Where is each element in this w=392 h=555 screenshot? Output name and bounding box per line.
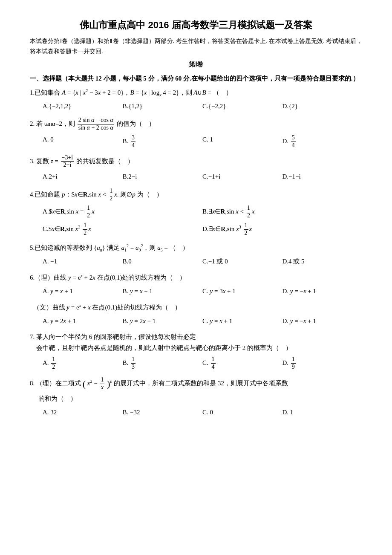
- q5-optD: D.4 或 5: [282, 255, 363, 268]
- q6-optA: A. y = x + 1: [43, 285, 123, 298]
- q5-optA: A. −1: [43, 255, 123, 268]
- question-7: 7. 某人向一个半径为 6 的圆形靶射击，假设他每次射击必定 会中靶，且射中靶内…: [30, 332, 362, 372]
- question-5: 5.已知递减的等差数列 {an} 满足 a12 = a92，则 a5 = （ ）…: [30, 242, 362, 268]
- q5-optB: B.0: [123, 255, 203, 268]
- q1-options: A.{−2,1,2} B.{1,2} C.{−2,2} D.{2}: [43, 100, 362, 113]
- q7-optA: A. 1 2: [43, 355, 123, 372]
- q7-text: 7. 某人向一个半径为 6 的圆形靶射击，假设他每次射击必定 会中靶，且射中靶内…: [30, 332, 362, 353]
- q7-optC: C. 1 4: [202, 355, 282, 372]
- q4-optC: C.$x∈R,sin x3 1 2 x: [43, 221, 202, 238]
- q3-optB: B.2−i: [123, 171, 203, 183]
- q7-options: A. 1 2 B. 1 3 C. 1 4 D. 1 9: [43, 355, 362, 372]
- q6wen-optA: A. y = 2x + 1: [43, 315, 123, 328]
- q3-optD: D.−1−i: [282, 171, 363, 183]
- q6wen-optC: C. y = x + 1: [202, 315, 282, 328]
- q1-optD: D.{2}: [282, 100, 363, 113]
- q3-text: 3. 复数 z = −3+i 2+i 的共轭复数是（ ）: [30, 154, 362, 169]
- q8-optC: C. 0: [202, 406, 282, 419]
- q6wen-options: A. y = 2x + 1 B. y = 2x − 1 C. y = x + 1…: [43, 315, 362, 328]
- q1-optC: C.{−2,2}: [202, 100, 282, 113]
- question-1: 1.已知集合 A = {x | x2 − 3x + 2 = 0}，B = {x …: [30, 87, 362, 113]
- q2-optB: B. 3 4: [123, 133, 203, 150]
- intro-text: 本试卷分第Ⅰ卷（选择题）和第Ⅱ卷（非选择题）两部分. 考生作答时，将答案答在答题…: [30, 36, 362, 57]
- q8-text2: 的和为（ ）: [38, 393, 362, 405]
- q8-options: A. 32 B. −32 C. 0 D. 1: [43, 406, 362, 419]
- question-8: 8. （理）在二项式 ( x2 − 1 x )n 的展开式中，所有二项式系数的和…: [30, 376, 362, 419]
- q5-text: 5.已知递减的等差数列 {an} 满足 a12 = a92，则 a5 = （ ）: [30, 242, 362, 254]
- q8-optD: D. 1: [282, 406, 363, 419]
- section-header: 一、选择题（本大题共 12 小题，每小题 5 分，满分 60 分.在每小题给出的…: [30, 73, 362, 84]
- q6-text: 6.（理）曲线 y = ex + 2x 在点(0,1)处的切线方程为（ ）: [30, 272, 362, 283]
- q2-optC: C. 1: [202, 133, 282, 150]
- q2-text: 2. 若 tanα=2，则 2 sin α − cos α sin α + 2 …: [30, 117, 362, 132]
- question-6wen: （文）曲线 y = ex + x 在点(0,1)处的切线方程为（ ） A. y …: [30, 302, 362, 327]
- q5-optC: C.−1 或 0: [202, 255, 282, 268]
- question-3: 3. 复数 z = −3+i 2+i 的共轭复数是（ ） A.2+i B.2−i…: [30, 154, 362, 183]
- question-4: 4.已知命题 p：$x∈R,sin x < 1 2 x. 则∅p 为（ ） A.…: [30, 188, 362, 238]
- q1-optA: A.{−2,1,2}: [43, 100, 123, 113]
- q7-optB: B. 1 3: [123, 355, 203, 372]
- q6-optC: C. y = 3x + 1: [202, 285, 282, 298]
- q1-optB: B.{1,2}: [123, 100, 203, 113]
- q2-optD: D. 5 4: [282, 133, 363, 150]
- q4-optD: D.∃x∈R,sin x3 1 2 x: [202, 221, 362, 238]
- question-6: 6.（理）曲线 y = ex + 2x 在点(0,1)处的切线方程为（ ） A.…: [30, 272, 362, 298]
- q2-options: A. 0 B. 3 4 C. 1 D. 5 4: [43, 133, 362, 150]
- q4-options: A.$x∈R,sin x = 1 2 x B.∃x∈R,sin x < 1 2 …: [43, 204, 362, 237]
- q4-optA: A.$x∈R,sin x = 1 2 x: [43, 204, 202, 220]
- q2-optA: A. 0: [43, 133, 123, 150]
- q6-options: A. y = x + 1 B. y = x − 1 C. y = 3x + 1 …: [43, 285, 362, 298]
- q3-optA: A.2+i: [43, 171, 123, 183]
- q1-text: 1.已知集合 A = {x | x2 − 3x + 2 = 0}，B = {x …: [30, 87, 362, 98]
- page-title: 佛山市重点高中 2016 届高考数学三月模拟试题一及答案: [30, 17, 362, 33]
- q6wen-optD: D. y = −x + 1: [282, 315, 363, 328]
- q8-optB: B. −32: [123, 406, 203, 419]
- q5-options: A. −1 B.0 C.−1 或 0 D.4 或 5: [43, 255, 362, 268]
- q6wen-text: （文）曲线 y = ex + x 在点(0,1)处的切线方程为（ ）: [30, 302, 362, 313]
- q8-optA: A. 32: [43, 406, 123, 419]
- question-2: 2. 若 tanα=2，则 2 sin α − cos α sin α + 2 …: [30, 117, 362, 150]
- volume-title: 第Ⅰ卷: [30, 59, 362, 70]
- q3-options: A.2+i B.2−i C.−1+i D.−1−i: [43, 171, 362, 183]
- q7-optD: D. 1 9: [282, 355, 363, 372]
- q6wen-optB: B. y = 2x − 1: [123, 315, 203, 328]
- q4-optB: B.∃x∈R,sin x < 1 2 x: [202, 204, 362, 220]
- q6-optD: D. y = −x + 1: [282, 285, 363, 298]
- q3-optC: C.−1+i: [202, 171, 282, 183]
- q6-optB: B. y = x − 1: [123, 285, 203, 298]
- q8-text: 8. （理）在二项式 ( x2 − 1 x )n 的展开式中，所有二项式系数的和…: [30, 376, 362, 392]
- q4-text: 4.已知命题 p：$x∈R,sin x < 1 2 x. 则∅p 为（ ）: [30, 188, 362, 202]
